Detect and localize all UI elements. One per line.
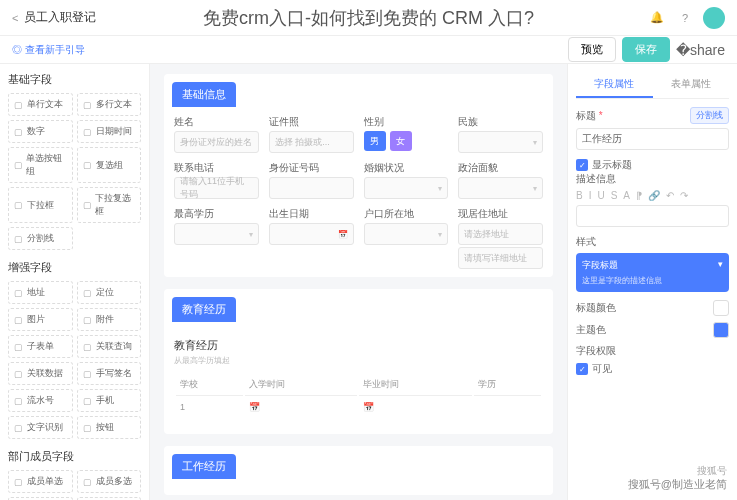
palette-field[interactable]: ▢多行文本 <box>77 93 142 116</box>
style-preview[interactable]: 字段标题▾ 这里是字段的描述信息 <box>576 253 729 292</box>
palette-field[interactable]: ▢成员单选 <box>8 470 73 493</box>
bell-icon[interactable]: 🔔 <box>647 8 667 28</box>
form-canvas: 基础信息姓名身份证对应的姓名证件照选择 拍摄或...性别男女民族▾联系电话请输入… <box>150 64 567 500</box>
section-header[interactable]: 教育经历 <box>172 297 236 322</box>
preview-button[interactable]: 预览 <box>568 37 616 62</box>
palette-field[interactable]: ▢复选组 <box>77 147 142 183</box>
tab-form-props[interactable]: 表单属性 <box>653 72 730 98</box>
page-title: 员工入职登记 <box>24 9 96 26</box>
palette-field[interactable]: ▢按钮 <box>77 416 142 439</box>
section-header[interactable]: 基础信息 <box>172 82 236 107</box>
form-field[interactable]: 姓名身份证对应的姓名 <box>174 115 259 153</box>
desc-input[interactable] <box>576 205 729 227</box>
watermark: 搜狐号@制造业老简 <box>628 477 727 492</box>
form-field[interactable]: 联系电话请输入11位手机号码 <box>174 161 259 199</box>
field-palette: 基础字段▢单行文本▢多行文本▢数字▢日期时间▢单选按钮组▢复选组▢下拉框▢下拉复… <box>0 64 150 500</box>
palette-field[interactable]: ▢附件 <box>77 308 142 331</box>
palette-field[interactable]: ▢下拉框 <box>8 187 73 223</box>
avatar[interactable] <box>703 7 725 29</box>
palette-field[interactable]: ▢文字识别 <box>8 416 73 439</box>
share-icon[interactable]: �share <box>676 42 725 58</box>
palette-field[interactable]: ▢关联数据 <box>8 362 73 385</box>
form-field[interactable]: 政治面貌▾ <box>458 161 543 199</box>
palette-field[interactable]: ▢定位 <box>77 281 142 304</box>
palette-field[interactable]: ▢成员多选 <box>77 470 142 493</box>
tab-field-props[interactable]: 字段属性 <box>576 72 653 98</box>
theme-color-swatch[interactable] <box>713 322 729 338</box>
title-color-swatch[interactable] <box>713 300 729 316</box>
form-field[interactable]: 户口所在地▾ <box>364 207 449 269</box>
form-field[interactable]: 婚姻状况▾ <box>364 161 449 199</box>
palette-field[interactable]: ▢下拉复选框 <box>77 187 142 223</box>
form-field[interactable]: 现居住地址请选择地址请填写详细地址 <box>458 207 543 269</box>
show-title-checkbox[interactable]: ✓显示标题 <box>576 158 729 172</box>
palette-field[interactable]: ▢关联查询 <box>77 335 142 358</box>
subheader: ◎ 查看新手引导 预览 保存 �share <box>0 36 737 64</box>
property-panel: 字段属性 表单属性 标题 *分割线 ✓显示标题 描述信息 BIUSA⁋🔗↶↷ 样… <box>567 64 737 500</box>
form-field[interactable]: 出生日期📅 <box>269 207 354 269</box>
back-icon[interactable]: < <box>12 12 18 24</box>
gender-female[interactable]: 女 <box>390 131 412 151</box>
palette-field[interactable]: ▢子表单 <box>8 335 73 358</box>
help-icon[interactable]: ? <box>675 8 695 28</box>
gender-male[interactable]: 男 <box>364 131 386 151</box>
palette-field[interactable]: ▢单行文本 <box>8 93 73 116</box>
palette-field[interactable]: ▢日期时间 <box>77 120 142 143</box>
palette-field[interactable]: ▢手写签名 <box>77 362 142 385</box>
palette-field[interactable]: ▢数字 <box>8 120 73 143</box>
palette-field[interactable]: ▢图片 <box>8 308 73 331</box>
form-field[interactable]: 最高学历▾ <box>174 207 259 269</box>
palette-field[interactable]: ▢地址 <box>8 281 73 304</box>
save-button[interactable]: 保存 <box>622 37 670 62</box>
form-field[interactable]: 证件照选择 拍摄或... <box>269 115 354 153</box>
guide-link[interactable]: ◎ 查看新手引导 <box>12 43 85 57</box>
form-field[interactable]: 民族▾ <box>458 115 543 153</box>
form-field[interactable]: 身份证号码 <box>269 161 354 199</box>
palette-field[interactable]: ▢单选按钮组 <box>8 147 73 183</box>
palette-field[interactable]: ▢分割线 <box>8 227 73 250</box>
rich-text-toolbar[interactable]: BIUSA⁋🔗↶↷ <box>576 190 729 201</box>
watermark-label: 搜狐号 <box>697 464 727 478</box>
title-input[interactable] <box>576 128 729 150</box>
field-type-pill: 分割线 <box>690 107 729 124</box>
palette-field[interactable]: ▢流水号 <box>8 389 73 412</box>
section-header[interactable]: 工作经历 <box>172 454 236 479</box>
app-header: < 员工入职登记 🔔 ? <box>0 0 737 36</box>
form-field[interactable]: 性别男女 <box>364 115 449 153</box>
palette-field[interactable]: ▢手机 <box>77 389 142 412</box>
visible-checkbox[interactable]: ✓可见 <box>576 362 729 376</box>
